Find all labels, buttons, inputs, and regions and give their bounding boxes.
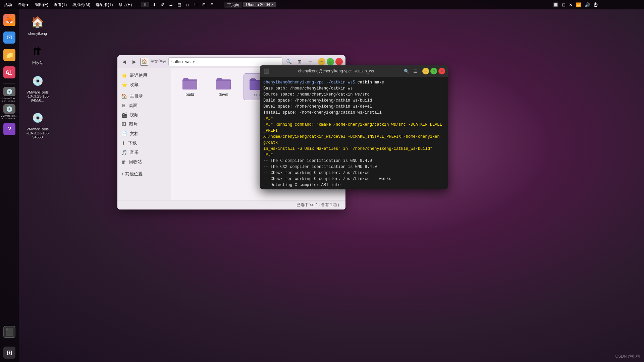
fm-sidebar-other[interactable]: + 其他位置 xyxy=(117,169,171,179)
split-btn3[interactable]: ❐ xyxy=(193,2,199,7)
term-minimize-button[interactable]: ─ xyxy=(422,68,429,74)
fm-sidebar-downloads[interactable]: ⬇ 下载 xyxy=(117,138,171,148)
restore-btn[interactable]: ⊡ xyxy=(562,2,566,7)
fm-sidebar-desktop[interactable]: 🖥 桌面 xyxy=(117,101,171,110)
fm-search-button[interactable]: 🔍 xyxy=(284,57,293,66)
cloud-btn[interactable]: ☁ xyxy=(167,2,174,7)
fm-sidebar-music-label: 音乐 xyxy=(130,149,139,156)
desktop: 活动 终端▼ 编辑(E) 查看(T) 虚拟机(M) 选项卡(T) 帮助(H) ⏸… xyxy=(0,0,644,362)
fm-sidebar-other-label: + 其他位置 xyxy=(121,171,143,177)
dock-firefox[interactable]: 🦊 xyxy=(2,13,17,27)
term-search-button[interactable]: 🔍 xyxy=(403,67,410,75)
fm-close-button[interactable]: ✕ xyxy=(335,58,343,65)
folder-devel[interactable]: devel xyxy=(210,73,237,100)
fm-sidebar-home[interactable]: 🏠 主目录 xyxy=(117,92,171,101)
top-panel-right: 🔲 ⊡ ✕ 📶 🔊 ⏻ xyxy=(553,2,641,7)
terminal-line: #### xyxy=(263,152,444,158)
dock-terminal[interactable]: ⬛ xyxy=(2,324,17,339)
minimize-all-btn[interactable]: 🔲 xyxy=(553,2,558,7)
split-btn2[interactable]: ◻ xyxy=(184,2,191,7)
view-menu[interactable]: 查看(T) xyxy=(52,2,68,8)
fm-path-text: catkin_ws xyxy=(171,59,191,64)
term-window-controls: ─ □ ✕ xyxy=(422,68,445,74)
terminal-line: -- Check for working C compiler: /usr/bi… xyxy=(263,170,444,176)
csdn-watermark: CSDN @机柯 xyxy=(615,354,640,359)
dock-vmtools2[interactable]: 💿 VMwareTools-10-.3.23-16594550 xyxy=(2,104,17,119)
dock-vmtools1[interactable]: 💿 VMwareTools-10-.3.23-16594455... xyxy=(2,87,17,102)
terminal-line: Build space: /home/chenyikeng/catkin_ws/… xyxy=(263,98,444,104)
fm-menu-button[interactable]: ☰ xyxy=(306,57,315,66)
fm-sidebar-documents[interactable]: 📄 文档 xyxy=(117,129,171,138)
activities-button[interactable]: 活动 xyxy=(3,2,13,8)
terminal-line: -- Detecting C compiler ABI info xyxy=(263,182,444,188)
active-tab[interactable]: Ubuntu 20.04 × xyxy=(243,2,276,7)
prev-tab[interactable]: 主页面 xyxy=(224,2,242,8)
desktop-icon-nav: 🖥 xyxy=(121,103,126,108)
music-icon: 🎵 xyxy=(121,150,127,155)
fm-back-button[interactable]: ◀ xyxy=(120,58,128,66)
download-btn[interactable]: ⬇ xyxy=(151,2,157,7)
pause-btn[interactable]: ⏸ xyxy=(141,2,149,7)
desktop-icon-vmtools2[interactable]: 💿 VMwareTools-10-.3.23-16594550 xyxy=(24,108,51,141)
dock-show-apps[interactable]: ⊞ xyxy=(2,345,17,360)
fm-minimize-button[interactable]: ─ xyxy=(318,58,325,65)
help-menu[interactable]: 帮助(H) xyxy=(117,2,133,8)
fm-sidebar-videos-label: 视频 xyxy=(130,112,139,118)
folder-src-name: src xyxy=(254,93,260,97)
terminal-window: ⬛ chenyikeng@chenyikeng-vpc: ~/catkin_ws… xyxy=(260,65,448,189)
folder-devel-name: devel xyxy=(219,92,228,97)
desktop-icon-home[interactable]: 🏠 chenyikeng xyxy=(24,12,51,38)
fm-sidebar-favorites-label: 收藏 xyxy=(130,82,139,88)
close-all-btn[interactable]: ✕ xyxy=(569,2,573,7)
power-icon[interactable]: ⏻ xyxy=(593,2,598,7)
fm-path-dropdown[interactable]: ▼ xyxy=(192,60,196,64)
fm-path-bar[interactable]: catkin_ws ▼ xyxy=(168,57,282,66)
term-menu-button[interactable]: ☰ xyxy=(412,67,419,75)
fm-view-button[interactable]: ⊞ xyxy=(295,57,304,66)
fm-maximize-button[interactable]: □ xyxy=(327,58,334,65)
fm-forward-button[interactable]: ▶ xyxy=(130,58,138,66)
edit-menu[interactable]: 编辑(E) xyxy=(34,2,50,8)
fm-sidebar-recent[interactable]: ⭐ 最近使用 xyxy=(117,71,171,80)
desktop-icon-vmtools1[interactable]: 💿 VMwareTools-10-.3.23-16594550... xyxy=(24,71,51,104)
fm-sidebar-documents-label: 文档 xyxy=(130,131,139,137)
fm-sidebar-home-label: 主目录 xyxy=(130,93,143,99)
recent-icon: ⭐ xyxy=(121,73,127,78)
desktop-icon-trash[interactable]: 🗑 回收站 xyxy=(24,41,51,67)
split-btn1[interactable]: ▤ xyxy=(176,2,182,7)
downloads-icon: ⬇ xyxy=(121,140,125,146)
trash-icon: 🗑 xyxy=(121,159,126,165)
fm-sidebar-favorites[interactable]: ⭐ 收藏 xyxy=(117,80,171,89)
fm-sidebar-pictures[interactable]: 🖼 图片 xyxy=(117,120,171,129)
fm-sidebar-music[interactable]: 🎵 音乐 xyxy=(117,148,171,157)
dock-files[interactable]: 📁 xyxy=(2,48,17,62)
folder-build[interactable]: build xyxy=(176,73,203,100)
terminal-line: #### xyxy=(263,116,444,122)
term-close-button[interactable]: ✕ xyxy=(438,68,445,74)
terminal-menu[interactable]: 终端▼ xyxy=(16,2,31,8)
volume-icon[interactable]: 🔊 xyxy=(585,2,590,7)
fm-sidebar-videos[interactable]: 🎬 视频 xyxy=(117,110,171,120)
fm-home-button[interactable]: 🏠 xyxy=(140,58,148,66)
tab-menu[interactable]: 选项卡(T) xyxy=(94,2,114,8)
vm-btn2[interactable]: ⊟ xyxy=(209,2,215,7)
vm-menu[interactable]: 虚拟机(M) xyxy=(71,2,92,8)
vm-btn1[interactable]: ⊞ xyxy=(201,2,207,7)
term-toolbar: 🔍 ☰ xyxy=(403,67,419,75)
terminal-line: Source space: /home/chenyikeng/catkin_ws… xyxy=(263,92,444,98)
top-panel-left: 活动 终端▼ 编辑(E) 查看(T) 虚拟机(M) 选项卡(T) 帮助(H) ⏸… xyxy=(3,2,276,8)
top-panel: 活动 终端▼ 编辑(E) 查看(T) 虚拟机(M) 选项卡(T) 帮助(H) ⏸… xyxy=(0,0,644,9)
network-icon: 📶 xyxy=(576,2,581,7)
refresh-btn[interactable]: ↺ xyxy=(159,2,165,7)
documents-icon: 📄 xyxy=(121,131,127,136)
term-maximize-button[interactable]: □ xyxy=(430,68,437,74)
dock-software[interactable]: 🛍 xyxy=(2,65,17,80)
terminal-title: chenyikeng@chenyikeng-vpc: ~/catkin_ws xyxy=(271,69,401,73)
fm-sidebar-trash[interactable]: 🗑 回收站 xyxy=(117,157,171,167)
dock-help[interactable]: ? xyxy=(2,122,17,136)
term-body[interactable]: chenyikeng@chenyikeng-vpc:~/catkin_ws$ c… xyxy=(260,77,448,189)
fm-window-controls: ─ □ ✕ xyxy=(318,58,343,65)
dock-email[interactable]: ✉ xyxy=(2,30,17,45)
fm-sidebar: ⭐ 最近使用 ⭐ 收藏 🏠 主目录 🖥 桌面 🎬 视 xyxy=(117,68,171,200)
videos-icon: 🎬 xyxy=(121,112,127,118)
